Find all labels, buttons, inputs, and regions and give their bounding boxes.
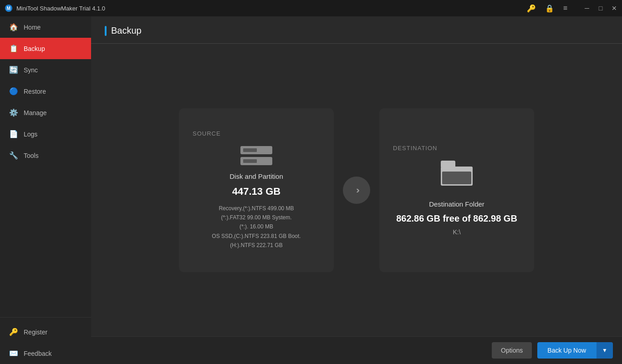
- sidebar-label-manage: Manage: [24, 109, 47, 116]
- title-left: M MiniTool ShadowMaker Trial 4.1.0: [5, 4, 105, 12]
- folder-body-inner: [442, 172, 471, 184]
- title-controls: 🔑 🔒 ≡ ─ □ ✕: [527, 4, 617, 13]
- disk-bar-top: [240, 146, 272, 154]
- sidebar-item-backup[interactable]: 📋 Backup: [0, 38, 91, 59]
- arrow-connector: ›››: [334, 177, 379, 204]
- sidebar-item-restore[interactable]: 🔵 Restore: [0, 81, 91, 102]
- backup-cards: SOURCE Disk and Partition 447.13 GB Reco…: [91, 44, 622, 336]
- sidebar-bottom: 🔑 Register ✉️ Feedback: [0, 317, 91, 364]
- sidebar-label-restore: Restore: [24, 88, 46, 95]
- source-detail-1: Recovery,(*:).NTFS 499.00 MB: [212, 204, 301, 213]
- disk-bar-bottom: [240, 157, 272, 165]
- sync-icon: 🔄: [9, 66, 18, 74]
- sidebar-label-sync: Sync: [24, 66, 38, 74]
- menu-icon[interactable]: ≡: [563, 4, 567, 12]
- folder-body: [441, 167, 473, 186]
- source-main-text: Disk and Partition: [229, 172, 283, 180]
- sidebar-item-home[interactable]: 🏠 Home: [0, 16, 91, 38]
- backup-now-button[interactable]: Back Up Now: [537, 342, 596, 359]
- minimize-button[interactable]: ─: [584, 5, 590, 11]
- sidebar-item-tools[interactable]: 🔧 Tools: [0, 145, 91, 166]
- maximize-button[interactable]: □: [597, 5, 604, 11]
- window-buttons: ─ □ ✕: [584, 5, 617, 11]
- sidebar-label-backup: Backup: [24, 45, 45, 52]
- destination-card[interactable]: DESTINATION Destination Folder 862.86 GB…: [379, 108, 534, 272]
- sidebar-label-tools: Tools: [24, 152, 39, 159]
- folder-icon: [441, 161, 473, 186]
- source-detail-5: (H:).NTFS 222.71 GB: [212, 241, 301, 250]
- destination-free-text: 862.86 GB free of 862.98 GB: [396, 213, 517, 224]
- source-detail-2: (*:).FAT32 99.00 MB System.: [212, 213, 301, 222]
- sidebar-label-home: Home: [24, 24, 41, 31]
- app-logo-icon: M: [5, 4, 13, 12]
- sidebar-item-feedback[interactable]: ✉️ Feedback: [0, 343, 91, 364]
- disk-bar-inner-top: [243, 148, 257, 152]
- close-button[interactable]: ✕: [611, 5, 617, 11]
- home-icon: 🏠: [9, 23, 18, 31]
- sidebar-item-register[interactable]: 🔑 Register: [0, 321, 91, 343]
- logs-icon: 📄: [9, 130, 18, 138]
- sidebar-item-sync[interactable]: 🔄 Sync: [0, 59, 91, 81]
- folder-tab: [441, 161, 455, 167]
- title-icons: 🔑 🔒 ≡: [527, 4, 567, 13]
- source-card[interactable]: SOURCE Disk and Partition 447.13 GB Reco…: [179, 108, 334, 272]
- source-icon-area: [240, 146, 272, 165]
- source-label: SOURCE: [193, 130, 221, 137]
- manage-icon: ⚙️: [9, 108, 18, 117]
- disk-bar-inner-bottom: [243, 159, 257, 163]
- content-area: Backup SOURCE Disk and Partit: [91, 16, 622, 364]
- app-title: MiniTool ShadowMaker Trial 4.1.0: [16, 5, 105, 12]
- key-icon[interactable]: 🔑: [527, 4, 536, 13]
- svg-text:M: M: [7, 6, 10, 11]
- backup-now-dropdown-button[interactable]: ▼: [596, 342, 613, 359]
- register-icon: 🔑: [9, 328, 18, 336]
- sidebar-label-register: Register: [24, 329, 47, 336]
- destination-path: K:\: [453, 228, 460, 236]
- backup-icon: 📋: [9, 44, 18, 53]
- arrow-circle: ›››: [343, 177, 370, 204]
- options-button[interactable]: Options: [492, 342, 532, 359]
- main-layout: 🏠 Home 📋 Backup 🔄 Sync 🔵 Restore ⚙️ Mana…: [0, 16, 622, 364]
- source-detail-3: (*:). 16.00 MB: [212, 222, 301, 231]
- sidebar: 🏠 Home 📋 Backup 🔄 Sync 🔵 Restore ⚙️ Mana…: [0, 16, 91, 364]
- disk-icon: [240, 146, 272, 165]
- source-details: Recovery,(*:).NTFS 499.00 MB (*:).FAT32 …: [212, 204, 301, 250]
- sidebar-item-logs[interactable]: 📄 Logs: [0, 123, 91, 145]
- destination-icon-area: [441, 161, 473, 186]
- lock-icon[interactable]: 🔒: [545, 4, 554, 13]
- source-detail-4: OS SSD,(C:).NTFS 223.81 GB Boot.: [212, 232, 301, 241]
- page-title: Backup: [111, 25, 142, 36]
- destination-label: DESTINATION: [393, 145, 437, 152]
- tools-icon: 🔧: [9, 151, 18, 160]
- sidebar-label-feedback: Feedback: [24, 350, 51, 357]
- restore-icon: 🔵: [9, 87, 18, 96]
- title-bar: M MiniTool ShadowMaker Trial 4.1.0 🔑 🔒 ≡…: [0, 0, 622, 16]
- destination-main-text: Destination Folder: [429, 200, 484, 208]
- sidebar-item-manage[interactable]: ⚙️ Manage: [0, 102, 91, 123]
- footer: Options Back Up Now ▼: [91, 336, 622, 364]
- backup-now-container: Back Up Now ▼: [537, 342, 613, 359]
- feedback-icon: ✉️: [9, 349, 18, 358]
- header-accent: [105, 26, 107, 36]
- page-header: Backup: [91, 16, 622, 44]
- sidebar-label-logs: Logs: [24, 131, 37, 138]
- source-size: 447.13 GB: [232, 186, 280, 197]
- arrow-chevrons-icon: ›››: [356, 185, 357, 195]
